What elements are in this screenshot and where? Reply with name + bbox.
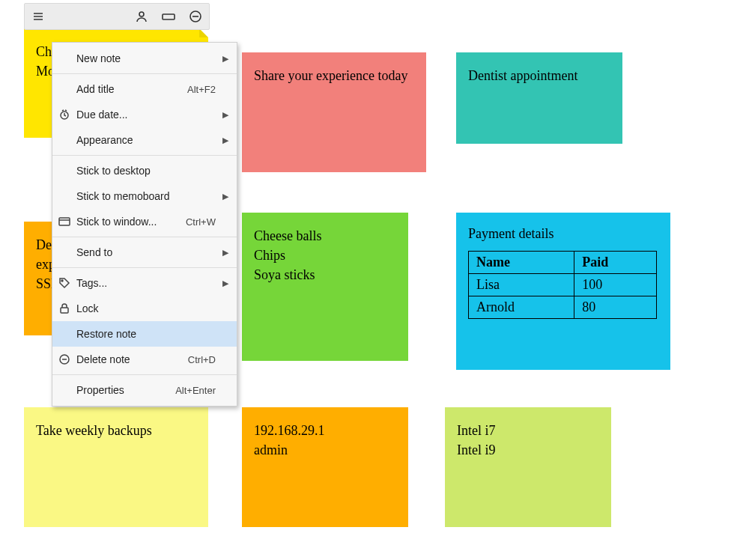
blank-icon <box>52 127 76 153</box>
menu-send-to[interactable]: Send to ▶ <box>52 240 237 265</box>
note-9[interactable]: Intel i7 Intel i9 <box>445 407 611 527</box>
note-text: Share your experience today <box>254 66 414 85</box>
menu-add-title[interactable]: Add title Alt+F2 <box>52 76 237 102</box>
chevron-right-icon: ▶ <box>220 279 231 288</box>
menu-separator <box>52 73 237 74</box>
menu-due-date[interactable]: Due date... ▶ <box>52 102 237 127</box>
chevron-right-icon: ▶ <box>220 110 231 120</box>
menu-stick-desktop[interactable]: Stick to desktop <box>52 158 237 183</box>
svg-point-0 <box>139 12 144 16</box>
note-6[interactable]: Payment details Name Paid Lisa 100 Arnol… <box>456 213 670 370</box>
menu-separator <box>52 374 237 375</box>
menu-stick-memoboard[interactable]: Stick to memoboard ▶ <box>52 183 237 209</box>
menu-tags[interactable]: Tags... ▶ <box>52 270 237 296</box>
blank-icon <box>52 321 76 347</box>
chevron-right-icon: ▶ <box>220 248 231 258</box>
note-text: 192.168.29.1 admin <box>254 421 396 460</box>
menu-button[interactable] <box>25 4 52 29</box>
note-7[interactable]: Take weekly backups <box>24 407 208 527</box>
note-text: Take weekly backups <box>36 421 196 440</box>
table-row: Arnold 80 <box>469 296 657 319</box>
tag-icon <box>52 270 76 296</box>
svg-rect-1 <box>163 14 175 19</box>
blank-icon <box>52 377 76 403</box>
window-icon <box>52 209 76 234</box>
menu-separator <box>52 155 237 156</box>
blank-icon <box>52 158 76 183</box>
table-header: Paid <box>574 252 657 274</box>
note-toolbar <box>24 3 210 30</box>
menu-appearance[interactable]: Appearance ▶ <box>52 127 237 153</box>
menu-delete-note[interactable]: Delete note Ctrl+D <box>52 347 237 372</box>
payment-table: Name Paid Lisa 100 Arnold 80 <box>468 251 657 319</box>
note-title: Payment details <box>468 226 658 242</box>
svg-rect-6 <box>61 308 68 313</box>
context-menu: New note ▶ Add title Alt+F2 Due date... … <box>52 42 237 407</box>
more-icon[interactable] <box>182 4 209 29</box>
delete-icon <box>52 347 76 372</box>
note-text: Cheese balls Chips Soya sticks <box>254 226 396 284</box>
note-2[interactable]: Share your experience today <box>242 52 426 172</box>
note-5[interactable]: Cheese balls Chips Soya sticks <box>242 213 408 361</box>
svg-rect-4 <box>59 218 70 225</box>
note-text: Intel i7 Intel i9 <box>457 421 599 460</box>
menu-restore-note[interactable]: Restore note <box>52 321 237 347</box>
clock-icon <box>52 102 76 127</box>
blank-icon <box>52 46 76 71</box>
svg-point-5 <box>61 280 63 281</box>
blank-icon <box>52 240 76 265</box>
user-icon[interactable] <box>128 4 155 29</box>
chevron-right-icon: ▶ <box>220 192 231 201</box>
table-header: Name <box>469 252 574 274</box>
menu-separator <box>52 237 237 237</box>
menu-lock[interactable]: Lock <box>52 296 237 321</box>
lock-icon <box>52 296 76 321</box>
note-3[interactable]: Dentist appointment <box>456 52 622 144</box>
menu-separator <box>52 267 237 268</box>
chevron-right-icon: ▶ <box>220 136 231 145</box>
chevron-right-icon: ▶ <box>220 54 231 64</box>
table-header-row: Name Paid <box>469 252 657 274</box>
menu-stick-window[interactable]: Stick to window... Ctrl+W <box>52 209 237 234</box>
table-row: Lisa 100 <box>469 274 657 296</box>
menu-new-note[interactable]: New note ▶ <box>52 46 237 71</box>
window-icon[interactable] <box>155 4 182 29</box>
blank-icon <box>52 183 76 209</box>
note-text: Dentist appointment <box>468 66 610 85</box>
menu-properties[interactable]: Properties Alt+Enter <box>52 377 237 403</box>
note-8[interactable]: 192.168.29.1 admin <box>242 407 408 527</box>
blank-icon <box>52 76 76 102</box>
